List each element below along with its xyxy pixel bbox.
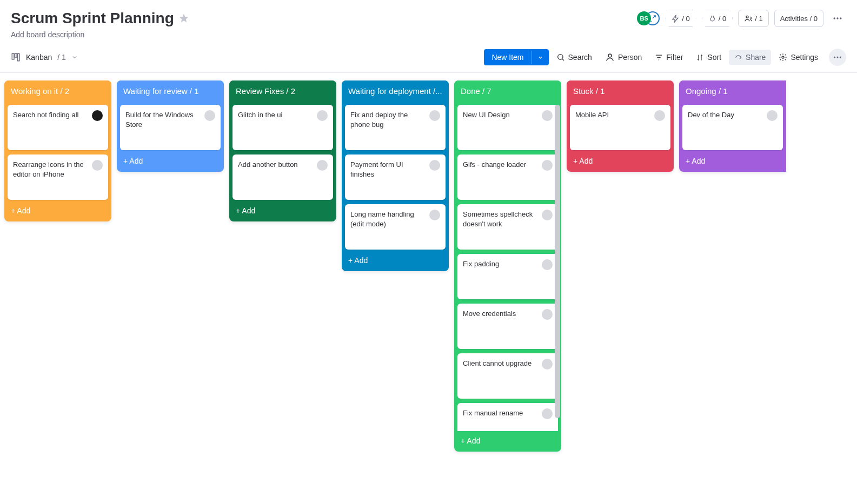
kanban-card[interactable]: Move credentials: [457, 304, 558, 349]
card-title: Fix manual rename: [463, 408, 539, 431]
new-item-dropdown[interactable]: [532, 51, 549, 64]
kanban-card[interactable]: Glitch in the ui: [232, 105, 333, 150]
activities-button[interactable]: Activities / 0: [774, 10, 823, 27]
assignee-avatar[interactable]: [317, 110, 328, 121]
add-card-button[interactable]: + Add: [679, 151, 786, 172]
search-button[interactable]: Search: [551, 50, 597, 65]
integrations-pill[interactable]: / 0: [702, 10, 733, 27]
view-switcher[interactable]: Kanban / 1: [11, 52, 78, 62]
assignee-avatar[interactable]: [542, 110, 553, 121]
assignee-avatar[interactable]: [92, 160, 103, 171]
column-header[interactable]: Review Fixes / 2: [229, 80, 336, 102]
kanban-card[interactable]: Mobile API: [570, 105, 670, 150]
add-card-button[interactable]: + Add: [454, 431, 561, 452]
add-card-button[interactable]: + Add: [4, 201, 111, 221]
card-title: Search not finding all: [13, 110, 89, 145]
kanban-card[interactable]: Gifs - change loader: [457, 154, 558, 200]
column-header[interactable]: Stuck / 1: [567, 80, 674, 102]
kanban-card[interactable]: Add another button: [232, 154, 333, 200]
kanban-card[interactable]: Dev of the Day: [682, 105, 783, 150]
column-header[interactable]: Waiting for deployment /...: [342, 80, 449, 102]
add-card-button[interactable]: + Add: [567, 151, 674, 172]
svg-point-12: [840, 57, 841, 58]
assignee-avatar[interactable]: [92, 110, 103, 121]
assignee-avatar[interactable]: [542, 359, 553, 369]
svg-point-0: [746, 16, 748, 18]
kanban-card[interactable]: New UI Design: [457, 105, 558, 150]
assignee-avatar[interactable]: [429, 160, 440, 171]
assignee-avatar[interactable]: [542, 309, 553, 320]
kanban-card[interactable]: Sometimes spellcheck doesn't work: [457, 204, 558, 250]
filter-icon: [655, 53, 663, 62]
kanban-card[interactable]: Client cannot upgrade: [457, 353, 558, 399]
column-header[interactable]: Waiting for review / 1: [117, 80, 224, 102]
chevron-down-icon: [71, 54, 78, 61]
add-card-button[interactable]: + Add: [117, 151, 224, 172]
board-description[interactable]: Add board description: [11, 30, 189, 39]
column-cards: New UI DesignGifs - change loaderSometim…: [454, 102, 561, 431]
star-icon[interactable]: [178, 13, 189, 24]
card-title: Mobile API: [575, 110, 651, 145]
kanban-board: Working on it / 2Search not finding allR…: [0, 73, 857, 465]
header-more-icon[interactable]: [829, 10, 846, 27]
assignee-avatar[interactable]: [542, 259, 553, 270]
column-header[interactable]: Ongoing / 1: [679, 80, 786, 102]
share-icon: [734, 53, 742, 62]
kanban-icon: [11, 52, 21, 62]
kanban-card[interactable]: Fix manual rename: [457, 403, 558, 431]
settings-button[interactable]: Settings: [773, 50, 823, 65]
card-title: Move credentials: [463, 309, 539, 344]
kanban-card[interactable]: Payment form UI finishes: [345, 154, 446, 200]
kanban-column: Waiting for review / 1Build for the Wind…: [117, 80, 224, 172]
svg-point-10: [834, 57, 835, 58]
add-card-button[interactable]: + Add: [342, 251, 449, 271]
column-header[interactable]: Done / 7: [454, 80, 561, 102]
plug-count: / 0: [719, 15, 726, 23]
column-cards: Mobile API: [567, 102, 674, 151]
share-button[interactable]: Share: [729, 50, 771, 65]
svg-point-7: [557, 55, 562, 59]
kanban-card[interactable]: Fix and deploy the phone bug: [345, 105, 446, 150]
scrollbar-thumb[interactable]: [555, 105, 560, 418]
sort-button[interactable]: Sort: [690, 50, 727, 65]
bolt-count: / 0: [682, 15, 689, 23]
assignee-avatar[interactable]: [542, 408, 553, 419]
person-icon: [605, 52, 615, 62]
assignee-avatar[interactable]: [429, 110, 440, 121]
person-button[interactable]: Person: [600, 49, 647, 65]
card-title: Glitch in the ui: [238, 110, 314, 145]
automations-pill[interactable]: / 0: [665, 10, 696, 27]
add-card-button[interactable]: + Add: [229, 201, 336, 221]
card-title: Client cannot upgrade: [463, 359, 539, 393]
kanban-card[interactable]: Build for the Windows Store: [120, 105, 221, 150]
assignee-avatar[interactable]: [654, 110, 665, 121]
card-title: Rearrange icons in the editor on iPhone: [13, 160, 89, 194]
kanban-column: Waiting for deployment /...Fix and deplo…: [342, 80, 449, 271]
kanban-column: Working on it / 2Search not finding allR…: [4, 80, 111, 221]
assignee-avatar[interactable]: [429, 210, 440, 220]
assignee-avatar[interactable]: [767, 110, 778, 121]
kanban-card[interactable]: Fix padding: [457, 254, 558, 299]
column-header[interactable]: Working on it / 2: [4, 80, 111, 102]
assignee-avatar[interactable]: [317, 160, 328, 171]
assignee-avatar[interactable]: [542, 160, 553, 171]
kanban-card[interactable]: Rearrange icons in the editor on iPhone: [8, 154, 108, 200]
assignee-avatar[interactable]: [542, 210, 553, 220]
toolbar-more-icon[interactable]: [829, 49, 846, 66]
new-item-button[interactable]: New Item: [484, 49, 548, 65]
board-title[interactable]: Scrum Sprint Planning: [11, 10, 174, 27]
svg-point-8: [608, 54, 612, 57]
card-title: New UI Design: [463, 110, 539, 145]
members-button[interactable]: / 1: [738, 10, 768, 27]
card-title: Dev of the Day: [688, 110, 763, 145]
svg-point-1: [834, 17, 835, 19]
kanban-card[interactable]: Search not finding all: [8, 105, 108, 150]
card-title: Fix and deploy the phone bug: [350, 110, 426, 145]
member-avatars[interactable]: BS: [637, 11, 660, 25]
kanban-card[interactable]: Long name handling (edit mode): [345, 204, 446, 250]
assignee-avatar[interactable]: [204, 110, 215, 121]
filter-button[interactable]: Filter: [649, 50, 688, 65]
svg-point-3: [840, 17, 841, 19]
column-cards: Build for the Windows Store: [117, 102, 224, 151]
column-cards: Fix and deploy the phone bugPayment form…: [342, 102, 449, 251]
